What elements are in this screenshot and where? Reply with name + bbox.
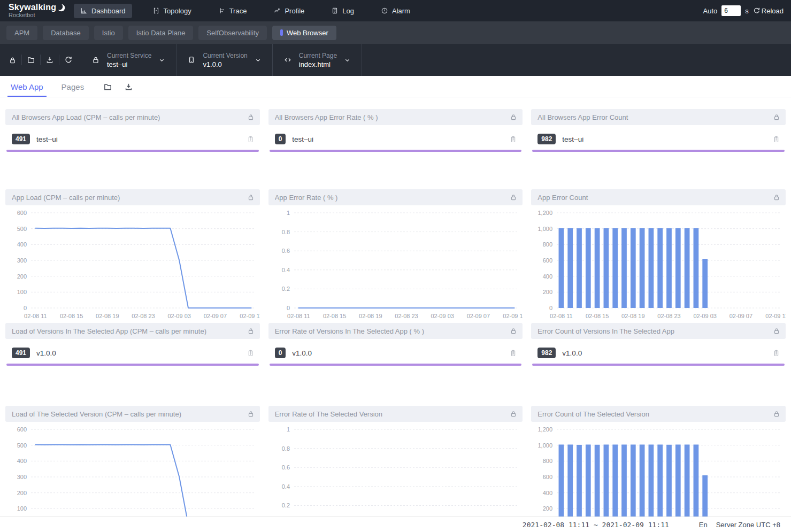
lock-icon[interactable] — [247, 327, 255, 335]
progress-bar — [6, 364, 259, 366]
svg-text:1,200: 1,200 — [538, 210, 553, 216]
folder-icon[interactable] — [103, 82, 112, 91]
chart-icon — [80, 7, 88, 14]
tab-web-app[interactable]: Web App — [7, 78, 47, 97]
svg-text:200: 200 — [17, 490, 27, 496]
entity-label: v1.0.0 — [562, 349, 766, 357]
svg-text:02-09 03: 02-09 03 — [694, 313, 717, 319]
download-icon[interactable] — [124, 82, 133, 91]
device-icon — [187, 56, 196, 64]
clipboard-icon[interactable] — [509, 349, 517, 357]
lock-icon[interactable] — [510, 113, 517, 121]
tab-label: Web Browser — [287, 29, 328, 37]
svg-text:100: 100 — [17, 505, 27, 512]
line-chart-app-load[interactable]: 600500400300200100002-08 1102-08 1502-08… — [5, 205, 260, 322]
tab-label: Database — [51, 29, 81, 37]
lock-icon[interactable] — [773, 194, 780, 201]
current-version-dropdown[interactable]: Current Version v1.0.0 — [176, 52, 272, 68]
svg-text:400: 400 — [543, 490, 552, 496]
lock-edit-button[interactable] — [3, 51, 21, 69]
topology-icon — [152, 7, 160, 14]
lock-icon[interactable] — [510, 194, 517, 201]
svg-text:800: 800 — [543, 458, 552, 464]
folder-templates-button[interactable] — [22, 51, 40, 69]
progress-bar — [270, 364, 522, 366]
card-header: Error Count of Versions In The Selected … — [531, 323, 786, 339]
line-chart-version-load[interactable]: 600500400300200100002-08 1102-08 1502-08… — [5, 422, 260, 532]
slot-card-all-browsers-app-load: All Browsers App Load (CPM – calls per m… — [5, 109, 260, 189]
lock-icon[interactable] — [247, 410, 255, 418]
line-chart-app-error-rate[interactable]: 10.80.60.40.2002-08 1102-08 1502-08 1902… — [268, 205, 523, 322]
lock-icon[interactable] — [247, 113, 255, 121]
nav-item-trace[interactable]: Trace — [212, 4, 254, 18]
nav-item-topology[interactable]: Topology — [146, 4, 198, 18]
lock-icon[interactable] — [773, 327, 780, 335]
auto-interval-input[interactable] — [721, 5, 741, 16]
refresh-button[interactable] — [59, 51, 78, 69]
server-zone[interactable]: Server Zone UTC +8 — [716, 521, 780, 529]
svg-text:02-08 19: 02-08 19 — [621, 313, 644, 319]
tab-label: Istio Data Plane — [136, 29, 186, 37]
clipboard-icon[interactable] — [509, 135, 517, 143]
clipboard-icon[interactable] — [247, 135, 255, 143]
lock-icon[interactable] — [247, 194, 255, 201]
folder-icon — [27, 56, 35, 64]
value-badge: 491 — [12, 134, 30, 144]
lock-icon[interactable] — [510, 327, 517, 335]
lock-icon[interactable] — [510, 410, 517, 418]
chevron-down-icon — [255, 57, 262, 64]
service-value: test–ui — [107, 60, 151, 68]
svg-text:600: 600 — [17, 210, 27, 216]
dash-tab-web-browser[interactable]: Web Browser — [272, 26, 336, 40]
dash-tab-istio-data-plane[interactable]: Istio Data Plane — [128, 26, 194, 40]
dash-tab-apm[interactable]: APM — [6, 26, 37, 40]
card-title: Error Count of Versions In The Selected … — [537, 327, 773, 335]
value-badge: 491 — [12, 348, 30, 358]
brand-logo: Skywalking Rocketbot — [0, 3, 70, 18]
nav-item-dashboard[interactable]: Dashboard — [74, 4, 132, 18]
time-range[interactable]: 2021-02-08 11:11 ~ 2021-02-09 11:11 — [523, 521, 669, 529]
reload-icon — [753, 7, 761, 14]
value-badge: 982 — [537, 134, 556, 144]
svg-text:400: 400 — [543, 273, 552, 280]
dash-tab-istio[interactable]: Istio — [94, 26, 123, 40]
version-label: Current Version — [203, 52, 247, 59]
dashboard-tab-bar: APM Database Istio Istio Data Plane Self… — [0, 21, 791, 44]
nav-label: Log — [342, 7, 354, 15]
dash-tab-database[interactable]: Database — [43, 26, 89, 40]
svg-text:02-08 15: 02-08 15 — [60, 313, 83, 319]
line-chart-version-error-rate[interactable]: 10.80.60.40.2002-08 1102-08 1502-08 1902… — [268, 422, 523, 532]
nav-item-profile[interactable]: Profile — [267, 4, 311, 18]
bar-chart-app-error-count[interactable]: 1,2001,000800600400200002-08 1102-08 150… — [531, 205, 786, 322]
progress-bar — [270, 150, 522, 152]
reload-label: Reload — [762, 7, 784, 15]
current-service-dropdown[interactable]: Current Service test–ui — [81, 52, 176, 68]
tab-pages[interactable]: Pages — [58, 78, 88, 97]
lock-icon[interactable] — [773, 410, 780, 418]
dash-tab-selfobservability[interactable]: SelfObservability — [198, 26, 267, 40]
bar-chart-version-error-count[interactable]: 1,2001,000800600400200002-08 1102-08 150… — [531, 422, 786, 532]
service-lock-icon — [91, 56, 100, 64]
clipboard-icon[interactable] — [772, 349, 780, 357]
svg-text:02-08 23: 02-08 23 — [132, 313, 155, 319]
current-page-dropdown[interactable]: Current Page index.html — [273, 52, 362, 68]
status-footer: 2021-02-08 11:11 ~ 2021-02-09 11:11 En S… — [0, 516, 791, 532]
clipboard-icon[interactable] — [247, 349, 255, 357]
nav-item-alarm[interactable]: Alarm — [374, 4, 417, 18]
card-title: App Error Count — [537, 194, 773, 202]
export-button[interactable] — [41, 51, 59, 69]
nav-item-log[interactable]: Log — [325, 4, 360, 18]
reload-button[interactable]: Reload — [753, 7, 784, 15]
svg-text:02-09 11: 02-09 11 — [766, 313, 786, 319]
lock-icon[interactable] — [773, 113, 780, 121]
svg-text:02-09 03: 02-09 03 — [167, 313, 190, 319]
svg-text:0.6: 0.6 — [281, 248, 289, 254]
card-header: Error Count of The Selected Version — [531, 406, 786, 422]
clipboard-icon[interactable] — [772, 135, 780, 143]
active-tab-marker — [280, 29, 283, 36]
language-switch[interactable]: En — [699, 521, 708, 529]
entity-label: test–ui — [36, 135, 240, 143]
chevron-down-icon — [158, 57, 165, 64]
card-title: Error Rate of The Selected Version — [275, 410, 510, 418]
progress-bar — [532, 150, 785, 152]
